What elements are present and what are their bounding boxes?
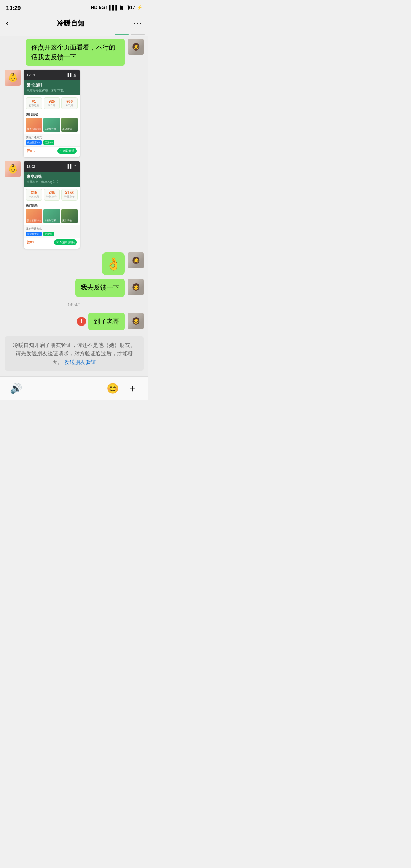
sc-hot-grid: 爱奇艺福利站 绿钻加芒果 豪华绿钻 [26,209,78,223]
sc-method-wx: 无漫VIP [43,140,55,145]
chat-title: 冷暖自知 [57,19,84,28]
sc-hot-item: 豪华绿钻 [61,118,78,132]
emoji-button[interactable]: 😊 [104,380,121,397]
sc-price-label: 连续包年 [45,195,59,199]
plus-button[interactable]: ＋ [124,380,141,397]
message-text: 你点开这个页面看看，不行的话我去反馈一下 [31,44,115,61]
avatar: 👶 [5,70,21,86]
user-avatar: 🧔 [128,313,144,329]
sc-methods: 其他开通方式 微信打开VIP 无漫VIP [24,134,80,146]
sc-app-title: 爱书追剧 [27,83,77,88]
sc-hot-text: 豪华绿钻 [62,219,76,222]
sc-hot-text: 豪华绿钻 [62,128,76,131]
sc-price-label: 6个月 [63,104,76,107]
indicator-active [115,34,129,35]
sc-method-wx: 无漫VIP [43,232,55,236]
sc-price-val: ¥60 [63,99,76,104]
screenshot-card[interactable]: 17:01 ▌▌ 全 爱书追剧 已享受专属优惠 · 还差 下载 ¥1 爱书追剧 … [24,70,80,157]
sc-methods-row: 微信打开VIP 无漫VIP [26,232,78,236]
message-row: 🧔 我去反馈一下 [5,279,144,297]
chat-bubble: 到了老哥 [88,313,125,330]
status-bar: 13:29 HD 5G↑ ▌▌▌ 17 ⚡ [0,0,148,14]
user-avatar: 🧔 [128,252,144,268]
battery-percent: 17 [130,5,135,10]
sc-price-label: 连续包月 [27,195,41,199]
sc-app-sub: 专属特权 · 畅享QQ音乐 [27,180,77,184]
user-avatar: 🧔 [128,279,144,295]
sc-bottom-bar: 仅¥3 ¥15 立即购买 [24,238,80,247]
sc-price-3: ¥60 6个月 [61,97,78,109]
sc-bottom-price: 仅¥3 [27,240,34,245]
screenshot-topbar: 17:02 ▌▌ 全 [24,161,80,172]
sc-hot-section: 热门活动 爱奇艺福利站 绿钻加芒果 豪华绿钻 [24,202,80,225]
sc-price-val: ¥158 [63,191,76,195]
sc-price-label: 爱书追剧 [27,104,41,107]
chat-bubble: 你点开这个页面看看，不行的话我去反馈一下 [26,39,125,66]
emoji-content: 👌 [106,257,121,271]
sc-methods-row: 微信打开VIP 无漫VIP [26,140,78,145]
sc-hot-text: 绿钻加芒果 [45,128,59,131]
back-button[interactable]: ‹ [6,18,9,28]
voice-button[interactable]: 🔊 [8,380,24,397]
sc-hot-title: 热门活动 [26,112,78,116]
user-avatar: 🧔 [128,39,144,55]
toolbar-right: 😊 ＋ [104,380,141,397]
sc-prices: ¥1 爱书追剧 ¥25 3个月 ¥60 6个月 [24,95,80,111]
error-message-container: ! 到了老哥 [77,313,125,330]
message-text: 我去反馈一下 [81,284,119,291]
nav-bar: ‹ 冷暖自知 ··· [0,14,148,33]
sc-price-2: ¥45 连续包年 [44,189,60,201]
sc-signal: ▌▌ 全 [68,164,77,169]
sc-hot-title: 热门活动 [26,204,78,208]
timestamp: 08:49 [5,302,144,308]
friend-verify-link[interactable]: 发送朋友验证 [64,359,96,365]
signal-bars-icon: ▌▌▌ [109,5,119,10]
other-avatar: 👶 [5,161,21,177]
status-time: 13:29 [6,5,21,11]
sc-app-title: 豪华绿钻 [27,174,77,179]
sc-time: 17:01 [27,73,35,77]
chat-area: 🧔 你点开这个页面看看，不行的话我去反馈一下 👶 17:01 ▌▌ 全 爱书追剧… [0,36,148,376]
sc-time: 17:02 [27,164,35,168]
sc-hot-item: 豪华绿钻 [61,209,78,223]
sc-bottom-bar: 仅¥17 1 立即开通 [24,146,80,155]
sc-header: 豪华绿钻 专属特权 · 畅享QQ音乐 [24,172,80,187]
sc-price-label: 3个月 [45,104,59,107]
sc-hot-text: 爱奇艺福利站 [27,128,41,131]
other-avatar: 👶 [5,70,21,86]
avatar: 🧔 [128,39,144,55]
sc-price-val: ¥1 [27,99,41,104]
sc-price-1: ¥1 爱书追剧 [26,97,42,109]
chat-bubble: 我去反馈一下 [75,279,125,297]
status-icons: HD 5G↑ ▌▌▌ 17 ⚡ [91,5,142,10]
message-row: 🧔 ! 到了老哥 [5,313,144,330]
scroll-indicator [0,33,148,36]
bottom-toolbar: 🔊 😊 ＋ [0,376,148,400]
more-button[interactable]: ··· [133,18,142,28]
sc-price-val: ¥45 [45,191,59,195]
sc-hot-text: 绿钻加芒果 [45,219,59,222]
signal-5g-icon: 5G↑ [99,5,107,10]
sc-bottom-btn[interactable]: 1 立即开通 [57,148,77,154]
screenshot-card[interactable]: 17:02 ▌▌ 全 豪华绿钻 专属特权 · 畅享QQ音乐 ¥15 连续包月 ¥… [24,161,80,249]
sc-price-label: 连续包年 [63,195,76,199]
sc-price-val: ¥25 [45,99,59,104]
avatar: 🧔 [128,252,144,268]
sc-hot-item: 爱奇艺福利站 [26,209,42,223]
sc-bottom-btn[interactable]: ¥15 立即购买 [54,239,77,245]
sc-hot-item: 绿钻加芒果 [43,209,60,223]
sc-methods: 其他开通方式 微信打开VIP 无漫VIP [24,225,80,238]
sc-price-val: ¥15 [27,191,41,195]
avatar: 🧔 [128,279,144,295]
error-icon[interactable]: ! [77,317,86,326]
sc-hot-item: 爱奇艺福利站 [26,118,42,132]
sc-header: 爱书追剧 已享受专属优惠 · 还差 下载 [24,80,80,95]
sc-hot-text: 爱奇艺福利站 [27,219,41,222]
sc-signal: ▌▌ 全 [68,73,77,78]
charging-icon: ⚡ [137,5,142,10]
indicator-inactive [131,34,145,35]
sc-hot-item: 绿钻加芒果 [43,118,60,132]
sc-hot-section: 热门活动 爱奇艺福利站 绿钻加芒果 豪华绿钻 [24,111,80,134]
sc-app-sub: 已享受专属优惠 · 还差 下载 [27,89,77,93]
sc-method-qq: 微信打开VIP [26,140,42,145]
